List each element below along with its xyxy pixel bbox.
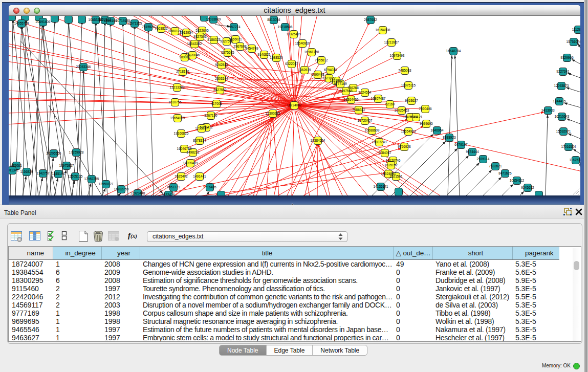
svg-text:9245652: 9245652	[521, 186, 534, 189]
svg-text:5322605: 5322605	[195, 29, 209, 32]
svg-text:10973493: 10973493	[390, 54, 405, 57]
svg-text:9463627: 9463627	[405, 99, 418, 102]
svg-text:2967608: 2967608	[233, 45, 247, 48]
svg-text:12213389: 12213389	[170, 85, 185, 89]
svg-text:9657771: 9657771	[167, 185, 180, 189]
svg-text:1233217: 1233217	[195, 126, 208, 130]
svg-text:2087682: 2087682	[364, 18, 377, 21]
svg-text:9227341: 9227341	[556, 70, 570, 73]
svg-text:10975857: 10975857	[59, 164, 74, 167]
svg-text:1615152: 1615152	[384, 163, 398, 167]
svg-text:17359928: 17359928	[69, 150, 84, 154]
svg-text:1244415: 1244415	[553, 99, 566, 103]
svg-text:8938923: 8938923	[443, 136, 456, 139]
svg-text:16640910: 16640910	[295, 41, 310, 45]
svg-text:8427552: 8427552	[213, 88, 227, 92]
svg-text:8454749: 8454749	[245, 47, 258, 50]
svg-text:17957255: 17957255	[84, 177, 99, 181]
svg-text:16648784: 16648784	[446, 49, 461, 53]
svg-text:1362615: 1362615	[298, 68, 311, 72]
svg-text:21364436: 21364436	[344, 98, 359, 101]
svg-text:989012: 989012	[179, 55, 190, 59]
svg-text:435061: 435061	[11, 164, 22, 167]
svg-text:1491441: 1491441	[193, 174, 206, 178]
svg-text:15720407: 15720407	[358, 119, 373, 122]
svg-text:16033809: 16033809	[206, 17, 221, 21]
svg-text:7625402: 7625402	[175, 174, 188, 178]
svg-text:7632621: 7632621	[489, 164, 502, 168]
svg-text:1167533: 1167533	[570, 158, 580, 162]
svg-text:7663822: 7663822	[155, 27, 168, 30]
svg-text:16961758: 16961758	[304, 50, 319, 54]
svg-text:19218506: 19218506	[278, 25, 293, 29]
svg-text:8912954: 8912954	[180, 31, 193, 34]
svg-text:17016504: 17016504	[561, 145, 576, 148]
svg-text:6479197: 6479197	[454, 143, 468, 146]
svg-text:15300285: 15300285	[266, 112, 280, 115]
svg-text:7955812: 7955812	[315, 58, 328, 62]
svg-text:20691406: 20691406	[36, 20, 51, 24]
svg-text:7986322: 7986322	[352, 108, 365, 112]
svg-text:12505135: 12505135	[68, 174, 83, 178]
svg-text:7357274: 7357274	[227, 25, 241, 29]
svg-text:3911341: 3911341	[9, 168, 19, 172]
svg-text:9329966: 9329966	[560, 56, 574, 59]
svg-text:8813054: 8813054	[267, 18, 280, 21]
svg-text:9084067: 9084067	[378, 151, 391, 155]
svg-text:16154808: 16154808	[376, 28, 390, 32]
svg-text:16782759: 16782759	[114, 187, 129, 191]
svg-text:9327503: 9327503	[193, 35, 207, 38]
svg-text:19166825: 19166825	[174, 132, 189, 135]
svg-text:5875685: 5875685	[221, 51, 234, 54]
svg-text:5466021: 5466021	[229, 37, 242, 41]
svg-text:19654923: 19654923	[401, 129, 416, 133]
svg-text:2935114: 2935114	[477, 157, 490, 161]
svg-text:10807487: 10807487	[371, 97, 386, 100]
svg-text:14099489: 14099489	[183, 161, 198, 165]
svg-text:1640954: 1640954	[430, 128, 444, 132]
svg-text:12093873: 12093873	[554, 84, 569, 87]
svg-text:7920406: 7920406	[419, 107, 432, 111]
svg-text:16210643: 16210643	[555, 115, 570, 118]
svg-text:20053346: 20053346	[76, 65, 91, 69]
svg-text:18807249: 18807249	[372, 140, 387, 144]
svg-text:8471626: 8471626	[498, 171, 512, 175]
svg-text:3267130: 3267130	[204, 114, 217, 117]
svg-text:1342757: 1342757	[36, 171, 50, 175]
svg-text:16046768: 16046768	[177, 147, 192, 150]
svg-text:11325419: 11325419	[287, 32, 301, 36]
svg-text:2803144: 2803144	[215, 77, 228, 80]
svg-text:2718176: 2718176	[176, 70, 189, 73]
svg-text:12213967: 12213967	[384, 40, 399, 44]
svg-text:16120746: 16120746	[386, 159, 401, 162]
svg-text:10025453: 10025453	[395, 108, 409, 112]
svg-text:6794028: 6794028	[324, 68, 337, 72]
svg-text:9474444: 9474444	[466, 150, 479, 154]
svg-text:20206556: 20206556	[47, 151, 61, 155]
svg-text:1145194: 1145194	[52, 172, 65, 176]
svg-text:417006: 417006	[211, 102, 222, 105]
svg-text:12975115: 12975115	[401, 83, 416, 87]
svg-text:1112953: 1112953	[572, 28, 580, 31]
svg-text:6497568: 6497568	[339, 89, 353, 93]
svg-text:9699695: 9699695	[420, 122, 433, 125]
svg-text:6322037: 6322037	[285, 62, 298, 65]
svg-text:9641121: 9641121	[410, 115, 423, 119]
svg-text:19384554: 19384554	[311, 139, 325, 142]
svg-text:16543382: 16543382	[187, 42, 202, 46]
svg-text:13958127: 13958127	[99, 182, 114, 186]
svg-text:8186323: 8186323	[207, 38, 221, 41]
svg-text:9756928: 9756928	[398, 145, 411, 148]
svg-text:6990448: 6990448	[311, 73, 324, 76]
svg-text:9716485: 9716485	[203, 185, 216, 189]
svg-text:10654112: 10654112	[510, 179, 525, 182]
svg-text:1156829: 1156829	[20, 170, 33, 173]
svg-text:15692971: 15692971	[556, 129, 571, 133]
svg-text:1610755: 1610755	[168, 100, 182, 104]
svg-text:7515526: 7515526	[142, 25, 155, 29]
svg-text:9146821: 9146821	[257, 53, 271, 56]
svg-text:1498222: 1498222	[186, 150, 200, 154]
svg-text:1588520: 1588520	[270, 56, 283, 59]
svg-text:19654985: 19654985	[170, 116, 185, 120]
svg-text:9242848: 9242848	[215, 63, 228, 67]
